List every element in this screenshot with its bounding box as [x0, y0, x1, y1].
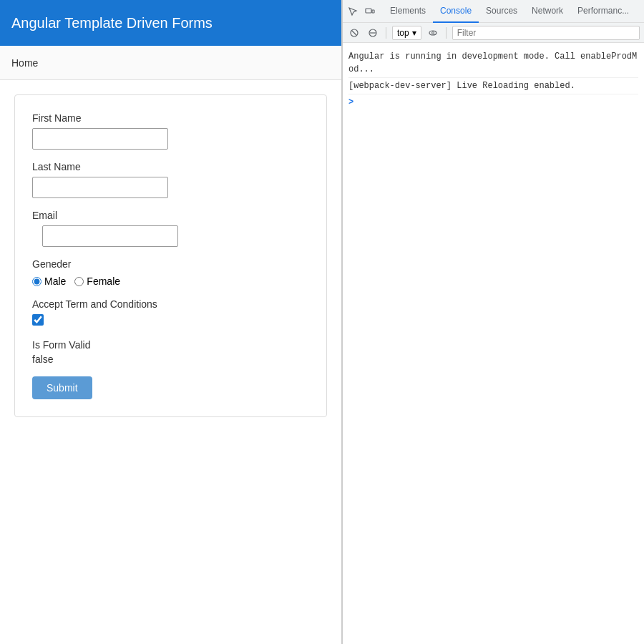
tab-network[interactable]: Network [525, 0, 570, 23]
tab-sources[interactable]: Sources [479, 0, 525, 23]
form-valid-value: false [32, 353, 309, 365]
tab-elements[interactable]: Elements [383, 0, 433, 23]
app-panel: Angular Template Driven Forms Home First… [0, 0, 342, 644]
first-name-label: First Name [32, 112, 309, 124]
app-nav: Home [0, 46, 341, 80]
context-dropdown-icon: ▾ [412, 28, 416, 38]
console-line-2: [webpack-dev-server] Live Reloading enab… [348, 78, 638, 94]
radio-male-input[interactable] [32, 277, 42, 286]
last-name-input[interactable] [32, 177, 168, 198]
app-title: Angular Template Driven Forms [11, 15, 213, 31]
radio-female-option[interactable]: Female [74, 275, 120, 287]
radio-male-option[interactable]: Male [32, 275, 66, 287]
devtools-tabs-bar: Elements Console Sources Network Perform… [343, 0, 644, 23]
device-toggle-icon[interactable] [363, 4, 377, 19]
inspect-icon[interactable] [346, 4, 360, 19]
last-name-label: Last Name [32, 161, 309, 172]
svg-rect-0 [366, 9, 371, 13]
form-valid-label: Is Form Valid [32, 339, 309, 351]
email-label: Email [32, 210, 309, 221]
svg-point-6 [429, 31, 436, 35]
radio-female-label: Female [87, 275, 120, 287]
radio-female-input[interactable] [74, 277, 84, 286]
radio-male-label: Male [44, 275, 66, 287]
radio-group: Male Female [32, 275, 309, 287]
console-prompt[interactable]: > [348, 97, 638, 107]
first-name-group: First Name [32, 112, 309, 150]
accept-terms-label: Accept Term and Conditions [32, 298, 309, 310]
email-group: Email [32, 210, 309, 247]
accept-terms-checkbox[interactable] [32, 314, 44, 326]
eye-icon[interactable] [426, 26, 440, 40]
devtools-console-toolbar: top ▾ [343, 23, 644, 43]
submit-button[interactable]: Submit [32, 376, 92, 399]
app-toolbar: Angular Template Driven Forms [0, 0, 341, 46]
nav-home-link[interactable]: Home [11, 57, 38, 69]
tab-console[interactable]: Console [433, 0, 479, 23]
email-input[interactable] [42, 225, 178, 247]
svg-line-3 [352, 31, 356, 35]
toolbar-separator-2 [446, 27, 447, 39]
clear-console-button[interactable] [347, 26, 361, 40]
gender-label: Geneder [32, 258, 309, 270]
first-name-input[interactable] [32, 128, 168, 150]
console-output: Angular is running in development mode. … [343, 43, 644, 644]
svg-point-7 [431, 31, 434, 34]
devtools-panel: Elements Console Sources Network Perform… [342, 0, 644, 644]
console-line-1: Angular is running in development mode. … [348, 49, 638, 78]
last-name-group: Last Name [32, 161, 309, 198]
tab-performance[interactable]: Performanc... [570, 0, 636, 23]
gender-group: Geneder Male Female [32, 258, 309, 287]
form-valid-section: Is Form Valid false [32, 339, 309, 365]
block-icon[interactable] [366, 26, 380, 40]
filter-input[interactable] [452, 26, 640, 40]
toolbar-separator [386, 27, 386, 39]
context-selector[interactable]: top ▾ [392, 26, 421, 40]
form-card: First Name Last Name Email Geneder [14, 94, 327, 417]
accept-terms-group: Accept Term and Conditions [32, 298, 309, 328]
devtools-tab-icons [346, 4, 377, 19]
app-content: First Name Last Name Email Geneder [0, 80, 341, 644]
context-selector-label: top [397, 28, 409, 38]
svg-rect-1 [372, 10, 374, 13]
